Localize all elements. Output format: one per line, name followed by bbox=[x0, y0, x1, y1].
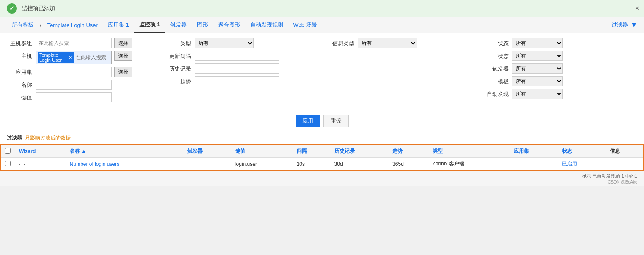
filter-row-status2: 状态 所有 bbox=[483, 51, 637, 61]
page-footer: 显示 已自动发现的 1 中的1 CSDN @BcAkc bbox=[0, 171, 644, 186]
row-check bbox=[1, 158, 15, 170]
status1-label: 状态 bbox=[483, 38, 509, 47]
notification-message: 监控项已添加 bbox=[22, 5, 55, 12]
host-group-input[interactable] bbox=[36, 38, 112, 48]
item-name-link[interactable]: Number of login users bbox=[70, 161, 119, 167]
breadcrumb-current[interactable]: Template Login User bbox=[42, 19, 103, 32]
filter-row-infotype: 信息类型 所有 bbox=[325, 38, 479, 48]
breadcrumb-separator: / bbox=[40, 22, 41, 28]
filter-icon: ▼ bbox=[630, 21, 637, 29]
autodiscover-select[interactable]: 所有 bbox=[512, 89, 563, 99]
host-group-select-btn[interactable]: 选择 bbox=[114, 38, 132, 48]
key-input[interactable] bbox=[36, 92, 112, 102]
history-label: 历史记录 bbox=[166, 63, 191, 73]
col-interval-header[interactable]: 间隔 bbox=[293, 145, 330, 158]
host-select-btn[interactable]: 选择 bbox=[114, 51, 132, 61]
filter-section: 主机群组 选择 主机 Template Login User ✕ bbox=[0, 33, 644, 110]
row-key: login.user bbox=[231, 158, 293, 170]
interval-label: 更新间隔 bbox=[166, 51, 191, 60]
status2-select[interactable]: 所有 bbox=[512, 51, 563, 61]
row-info bbox=[606, 158, 643, 170]
filter-row-history: 历史记录 bbox=[166, 63, 320, 74]
notification-close-button[interactable]: × bbox=[635, 5, 639, 12]
wizard-dots[interactable]: ··· bbox=[19, 161, 26, 167]
info-type-select[interactable]: 所有 bbox=[358, 38, 417, 48]
host-search-input[interactable] bbox=[76, 55, 110, 60]
tab-screens[interactable]: 聚合图形 bbox=[213, 18, 245, 32]
filter-row-key: 键值 bbox=[7, 92, 161, 102]
host-label: 主机 bbox=[7, 51, 32, 60]
col-wizard-header: Wizard bbox=[15, 145, 66, 158]
tab-graphs[interactable]: 图形 bbox=[192, 18, 213, 32]
host-group-label: 主机群组 bbox=[7, 38, 32, 47]
trigger-select[interactable]: 所有 bbox=[512, 63, 563, 74]
name-label: 名称 bbox=[7, 80, 32, 89]
col-key-header[interactable]: 键值 bbox=[231, 145, 293, 158]
notification-bar: 监控项已添加 × bbox=[0, 0, 644, 17]
row-checkbox[interactable] bbox=[5, 161, 11, 166]
filter-row-autodiscover: 自动发现 所有 bbox=[483, 89, 637, 99]
select-all-checkbox[interactable] bbox=[5, 148, 11, 154]
app-input[interactable] bbox=[36, 67, 112, 77]
row-status: 已启用 bbox=[558, 158, 606, 170]
row-appset bbox=[510, 158, 557, 170]
reset-button[interactable]: 重设 bbox=[323, 115, 349, 127]
row-name: Number of login users bbox=[66, 158, 183, 170]
trend-input[interactable] bbox=[195, 76, 279, 86]
info-type-label: 信息类型 bbox=[325, 38, 354, 47]
name-input[interactable] bbox=[36, 80, 112, 90]
tab-appset[interactable]: 应用集 1 bbox=[103, 18, 134, 32]
col-info-header: 信息 bbox=[606, 145, 643, 158]
trend-label: 趋势 bbox=[166, 76, 191, 85]
filter-note-desc: 只影响过滤后的数据 bbox=[25, 135, 71, 141]
check-icon bbox=[7, 3, 17, 14]
col-status-header[interactable]: 状态 bbox=[558, 145, 606, 158]
row-history: 30d bbox=[330, 158, 389, 170]
col-trigger-header[interactable]: 触发器 bbox=[183, 145, 231, 158]
tab-discovery[interactable]: 自动发现规则 bbox=[245, 18, 288, 32]
filter-row-status1: 状态 所有 bbox=[483, 38, 637, 48]
col-check-header bbox=[1, 145, 15, 158]
breadcrumb-all-templates[interactable]: 所有模板 bbox=[7, 18, 39, 32]
filter-note: 过滤器 只影响过滤后的数据 bbox=[0, 132, 644, 144]
interval-input[interactable] bbox=[195, 51, 279, 61]
host-tag-remove[interactable]: ✕ bbox=[69, 55, 72, 60]
action-buttons: 应用 重设 bbox=[0, 110, 644, 132]
col-name-header[interactable]: 名称 ▲ bbox=[66, 145, 183, 158]
tab-triggers[interactable]: 触发器 bbox=[165, 18, 192, 32]
filter-row-host: 主机 Template Login User ✕ 选择 bbox=[7, 51, 161, 64]
table-row: ··· Number of login users login.user 10s… bbox=[1, 158, 643, 170]
row-type: Zabbix 客户端 bbox=[428, 158, 510, 170]
host-tag: Template Login User ✕ bbox=[38, 52, 74, 63]
row-trigger bbox=[183, 158, 231, 170]
status1-select[interactable]: 所有 bbox=[512, 38, 563, 48]
footer-text: 显示 已自动发现的 1 中的1 bbox=[582, 173, 637, 178]
host-tag-container[interactable]: Template Login User ✕ bbox=[36, 51, 112, 64]
tab-items[interactable]: 监控项 1 bbox=[134, 17, 165, 33]
sort-asc-icon: ▲ bbox=[81, 148, 86, 154]
filter-note-label: 过滤器 bbox=[7, 135, 22, 141]
watermark: CSDN @BcAkc bbox=[608, 180, 637, 184]
filter-toggle[interactable]: 过滤器 ▼ bbox=[611, 21, 637, 29]
col-history-header[interactable]: 历史记录 bbox=[330, 145, 389, 158]
app-select-btn[interactable]: 选择 bbox=[114, 67, 132, 77]
nav-tabs: 所有模板 / Template Login User 应用集 1 监控项 1 触… bbox=[7, 17, 322, 33]
col-type-header[interactable]: 类型 bbox=[428, 145, 510, 158]
nav-bar: 所有模板 / Template Login User 应用集 1 监控项 1 触… bbox=[0, 17, 644, 33]
template-select[interactable]: 所有 bbox=[512, 76, 563, 86]
tab-web[interactable]: Web 场景 bbox=[288, 18, 322, 32]
filter-row-appset: 应用集 选择 bbox=[7, 67, 161, 77]
template-label: 模板 bbox=[483, 76, 509, 85]
status-link[interactable]: 已启用 bbox=[562, 161, 577, 167]
table-header-row: Wizard 名称 ▲ 触发器 键值 间隔 历史记录 bbox=[1, 145, 643, 158]
row-trend: 365d bbox=[388, 158, 428, 170]
items-table: Wizard 名称 ▲ 触发器 键值 间隔 历史记录 bbox=[1, 145, 643, 170]
col-trend-header[interactable]: 趋势 bbox=[388, 145, 428, 158]
col-appset-header[interactable]: 应用集 bbox=[510, 145, 557, 158]
table-section: Wizard 名称 ▲ 触发器 键值 间隔 历史记录 bbox=[0, 144, 644, 171]
type-select[interactable]: 所有 bbox=[195, 38, 254, 48]
filter-row-trigger: 触发器 所有 bbox=[483, 63, 637, 74]
filter-label: 过滤器 bbox=[611, 21, 628, 29]
apply-button[interactable]: 应用 bbox=[296, 115, 320, 127]
history-input[interactable] bbox=[195, 63, 279, 74]
